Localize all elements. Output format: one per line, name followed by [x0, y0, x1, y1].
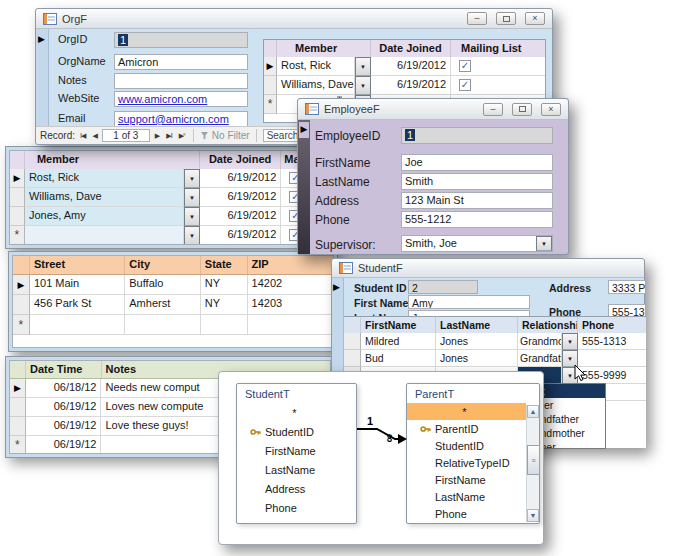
field-row[interactable]: FirstName — [407, 471, 539, 488]
first-record-button[interactable]: Ⅰ◀ — [78, 132, 87, 140]
notes-field[interactable] — [114, 73, 248, 89]
studentf-titlebar[interactable]: StudentF — [332, 259, 644, 278]
orgf-titlebar[interactable]: OrgF ‒ × — [36, 9, 552, 29]
record-position[interactable]: 1 of 3 — [102, 129, 150, 142]
email-link[interactable]: support@amicron.com — [118, 113, 229, 125]
row-selector[interactable]: * — [13, 315, 30, 335]
scrollbar-thumb[interactable]: ≡ — [527, 445, 540, 475]
column-header-phone[interactable]: Phone — [578, 317, 646, 333]
row-selector[interactable]: ▶ — [264, 57, 277, 76]
member-combo-button[interactable]: ▼ — [184, 207, 200, 226]
date-time-cell[interactable]: 06/18/12 — [26, 379, 102, 398]
field-row-all-highlighted[interactable]: * — [407, 403, 526, 420]
field-row[interactable]: Phone — [407, 505, 539, 522]
firstname-cell[interactable]: Mildred — [361, 333, 436, 350]
city-cell[interactable] — [125, 315, 201, 335]
relationship-cell[interactable]: Grandfather — [518, 350, 562, 367]
zip-cell[interactable]: 14203 — [248, 295, 333, 315]
state-cell[interactable] — [201, 315, 248, 335]
table-box-parentt[interactable]: ParentT * ParentID StudentID RelativeTyp… — [406, 383, 540, 524]
date-joined-cell[interactable]: 6/19/2012 — [371, 57, 451, 76]
column-header-mailing-list[interactable]: Mailing List — [451, 40, 545, 57]
member-combo-button[interactable]: ▼ — [184, 188, 200, 207]
row-selector[interactable]: * — [264, 95, 277, 114]
date-time-cell[interactable]: 06/19/12 — [26, 398, 102, 417]
checkbox-checked-icon[interactable]: ✓ — [459, 60, 471, 72]
column-header-member[interactable]: Member — [277, 40, 371, 57]
field-row[interactable]: RelativeTypeID — [407, 454, 539, 471]
address-field[interactable]: 123 Main St — [401, 192, 553, 209]
record-selector-bar[interactable]: ▶ — [298, 120, 310, 254]
lastname-cell[interactable]: Jones — [436, 350, 518, 367]
field-row[interactable]: FirstName — [237, 441, 356, 460]
member-combo-button[interactable]: ▼ — [355, 76, 371, 95]
relationship-combo-button[interactable]: ▼ — [562, 333, 578, 350]
member-cell[interactable]: Jones, Amy — [25, 207, 184, 226]
member-cell[interactable]: Rost, Rick — [25, 169, 184, 188]
row-selector[interactable] — [13, 295, 30, 315]
row-selector[interactable] — [10, 188, 25, 207]
city-cell[interactable]: Amherst — [125, 295, 201, 315]
row-selector[interactable] — [344, 333, 361, 350]
maximize-button[interactable] — [512, 103, 532, 116]
street-cell[interactable] — [30, 315, 125, 335]
row-selector[interactable] — [10, 207, 25, 226]
firstname-field[interactable]: Joe — [401, 154, 553, 171]
record-selector-bar[interactable]: ▶ — [36, 29, 49, 126]
date-time-cell[interactable]: 06/19/12 — [26, 417, 102, 436]
row-selector[interactable]: * — [10, 226, 25, 245]
next-record-button[interactable]: ▶ — [153, 132, 161, 140]
row-selector[interactable]: ▶ — [10, 379, 26, 398]
new-record-button[interactable]: ▶* — [177, 132, 187, 140]
member-cell[interactable]: Williams, Dave — [25, 188, 184, 207]
website-field[interactable]: www.amicron.com — [114, 91, 248, 107]
column-header-member[interactable]: Member — [25, 151, 200, 169]
scroll-down-button[interactable]: ▼ — [527, 509, 539, 522]
member-combo-button[interactable]: ▼ — [184, 226, 200, 245]
member-combo-button[interactable]: ▼ — [355, 57, 371, 76]
minimize-button[interactable]: ‒ — [483, 103, 503, 116]
date-joined-cell[interactable]: 6/19/2012 — [200, 188, 281, 207]
employeeid-field[interactable]: 1 — [401, 127, 553, 144]
field-row[interactable]: StudentID — [407, 437, 539, 454]
firstname-cell[interactable]: Bud — [361, 350, 436, 367]
close-button[interactable]: × — [525, 12, 545, 25]
zip-cell[interactable]: 14202 — [248, 275, 333, 295]
member-cell[interactable]: Rost, Rick — [277, 57, 355, 76]
checkbox-checked-icon[interactable]: ✓ — [459, 79, 471, 91]
state-cell[interactable]: NY — [201, 275, 248, 295]
phone-field[interactable]: 555-1212 — [401, 211, 553, 228]
last-record-button[interactable]: ▶Ⅰ — [164, 132, 173, 140]
supervisor-combobox[interactable]: Smith, Joe ▼ — [401, 235, 553, 252]
website-link[interactable]: www.amicron.com — [118, 93, 207, 105]
row-selector[interactable] — [10, 417, 26, 436]
zip-cell[interactable] — [248, 315, 333, 335]
street-cell[interactable]: 101 Main — [30, 275, 125, 295]
orgid-field[interactable]: 1 — [114, 32, 248, 48]
column-header-relationship[interactable]: Relationship — [518, 317, 578, 333]
column-header-firstname[interactable]: FirstName — [361, 317, 436, 333]
row-selector[interactable]: ▶ — [10, 169, 25, 188]
column-header-street[interactable]: Street — [30, 256, 125, 274]
maximize-button[interactable] — [496, 12, 516, 25]
scroll-up-button[interactable]: ▲ — [527, 405, 539, 418]
student-id-field[interactable]: 2 — [408, 280, 478, 294]
employeef-titlebar[interactable]: EmployeeF ‒ × — [298, 99, 568, 120]
date-joined-cell[interactable]: 6/19/2012 — [371, 76, 451, 95]
phone-cell[interactable]: 555-1313 — [578, 333, 646, 350]
row-selector[interactable]: * — [10, 436, 26, 454]
relationship-cell[interactable]: Grandmother — [518, 333, 562, 350]
minimize-button[interactable]: ‒ — [467, 12, 487, 25]
table-box-studentt[interactable]: StudentT * StudentID FirstName LastName … — [236, 383, 357, 524]
email-field[interactable]: support@amicron.com — [114, 111, 248, 127]
column-header-date-joined[interactable]: Date Joined — [200, 151, 281, 169]
column-header-state[interactable]: State — [201, 256, 248, 274]
row-selector[interactable] — [264, 76, 277, 95]
field-row-all[interactable]: * — [237, 403, 356, 422]
column-header-date-time[interactable]: Date Time — [26, 361, 102, 378]
column-header-zip[interactable]: ZIP — [248, 256, 333, 274]
date-time-cell[interactable]: 06/19/12 — [26, 436, 102, 454]
field-row[interactable]: LastName — [407, 488, 539, 505]
phone-cell[interactable]: 555-9999 — [578, 367, 646, 384]
date-joined-cell[interactable]: 6/19/2012 — [200, 226, 281, 245]
